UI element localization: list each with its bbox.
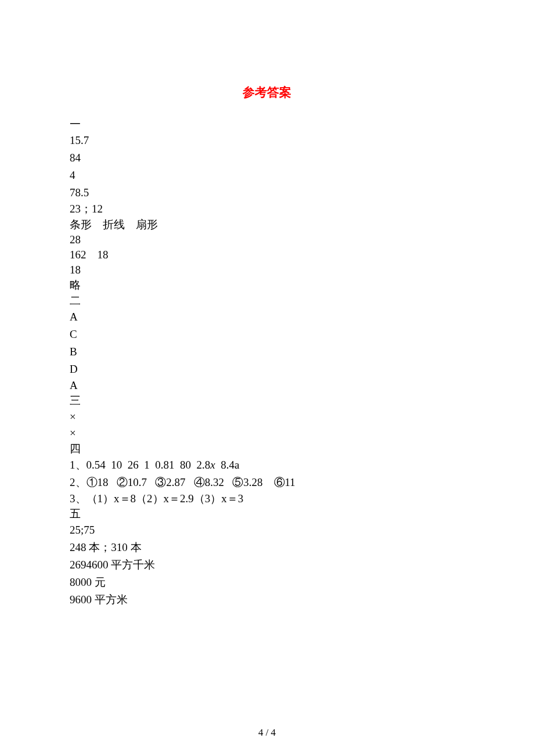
answer-line: 略 bbox=[70, 278, 464, 293]
answer-line: 1、0.54 10 26 1 0.81 80 2.8x 8.4a bbox=[70, 456, 464, 474]
page-number: 4 / 4 bbox=[0, 727, 534, 739]
answer-line: × bbox=[70, 408, 464, 426]
section-two-heading: 二 bbox=[70, 293, 464, 308]
document-page: 参考答案 一 15.7 84 4 78.5 23；12 条形 折线 扇形 28 … bbox=[0, 0, 534, 756]
answer-line: B bbox=[70, 343, 464, 361]
answer-line: 78.5 bbox=[70, 184, 464, 201]
answer-line: 162 18 bbox=[70, 247, 464, 262]
answer-line: × bbox=[70, 426, 464, 441]
answer-line: 3、（1）x＝8（2）x＝2.9（3）x＝3 bbox=[70, 491, 464, 506]
answer-line: 9600 平方米 bbox=[70, 591, 464, 609]
answer-line: 2694600 平方千米 bbox=[70, 556, 464, 574]
answer-line: D bbox=[70, 361, 464, 378]
answer-line: 条形 折线 扇形 bbox=[70, 217, 464, 232]
section-five-heading: 五 bbox=[70, 506, 464, 521]
answer-line: 248 本；310 本 bbox=[70, 539, 464, 556]
answer-line: 23；12 bbox=[70, 201, 464, 217]
variable-x: x bbox=[210, 459, 215, 471]
answer-line: 15.7 bbox=[70, 132, 464, 149]
answer-line: 4 bbox=[70, 167, 464, 184]
answer-line: 8000 元 bbox=[70, 574, 464, 591]
answer-line: C bbox=[70, 326, 464, 343]
answer-line: A bbox=[70, 308, 464, 326]
section-one-heading: 一 bbox=[70, 117, 464, 132]
answer-line: 84 bbox=[70, 149, 464, 167]
answer-line: 28 bbox=[70, 232, 464, 247]
section-four-heading: 四 bbox=[70, 441, 464, 456]
answer-line: A bbox=[70, 378, 464, 393]
section-three-heading: 三 bbox=[70, 393, 464, 408]
answer-line: 25;75 bbox=[70, 521, 464, 539]
answer-line: 18 bbox=[70, 262, 464, 278]
page-title: 参考答案 bbox=[70, 84, 464, 100]
answer-line: 2、①18 ②10.7 ③2.87 ④8.32 ⑤3.28 ⑥11 bbox=[70, 474, 464, 491]
